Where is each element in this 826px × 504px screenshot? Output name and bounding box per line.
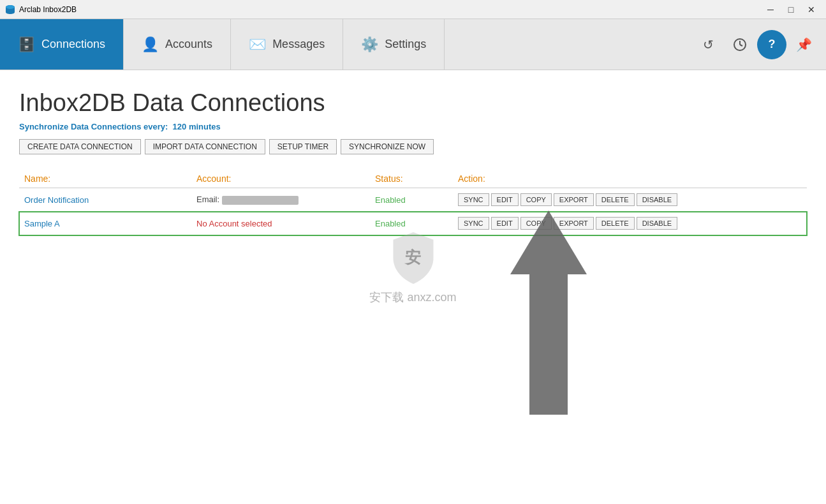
nav-bar: 🗄️ Connections 👤 Accounts ✉️ Messages ⚙️…: [0, 19, 826, 70]
col-header-account: Account:: [191, 170, 370, 188]
row2-status: Enabled: [375, 219, 406, 228]
page-title: Inbox2DB Data Connections: [19, 89, 807, 117]
table-header-row: Name: Account: Status: Action:: [19, 170, 807, 188]
clock-icon: [733, 38, 747, 52]
data-table: Name: Account: Status: Action: Order Not…: [19, 170, 807, 235]
help-button[interactable]: ?: [757, 30, 786, 59]
create-data-connection-button[interactable]: CREATE DATA CONNECTION: [19, 139, 141, 154]
sync-right-button[interactable]: ↺: [693, 30, 723, 59]
col-header-action: Action:: [453, 170, 807, 188]
row1-export-button[interactable]: EXPORT: [554, 193, 594, 206]
maximize-button[interactable]: □: [781, 3, 800, 16]
toolbar: CREATE DATA CONNECTION IMPORT DATA CONNE…: [19, 139, 807, 154]
sync-info-prefix: Synchronize Data Connections every:: [19, 122, 168, 131]
row2-name[interactable]: Sample A: [24, 219, 60, 228]
col-header-status: Status:: [370, 170, 453, 188]
nav-spacer: [445, 19, 686, 70]
row1-copy-button[interactable]: COPY: [520, 193, 552, 206]
import-data-connection-button[interactable]: IMPORT DATA CONNECTION: [145, 139, 265, 154]
sync-info: Synchronize Data Connections every: 120 …: [19, 122, 807, 131]
app-icon: [5, 4, 15, 15]
history-button[interactable]: [725, 30, 755, 59]
nav-accounts-label: Accounts: [165, 38, 212, 51]
nav-settings-label: Settings: [385, 38, 426, 51]
row1-account-prefix: Email:: [196, 195, 222, 204]
settings-icon: ⚙️: [361, 36, 378, 53]
row1-name[interactable]: Order Notification: [24, 195, 89, 205]
row2-copy-button[interactable]: COPY: [520, 217, 552, 230]
minimize-button[interactable]: ─: [761, 3, 780, 16]
row2-disable-button[interactable]: DISABLE: [637, 217, 677, 230]
nav-connections[interactable]: 🗄️ Connections: [0, 19, 124, 70]
row1-actions: SYNC EDIT COPY EXPORT DELETE DISABLE: [458, 193, 802, 206]
nav-connections-label: Connections: [41, 38, 105, 51]
connections-icon: 🗄️: [18, 36, 35, 53]
main-content: Inbox2DB Data Connections Synchronize Da…: [0, 70, 826, 504]
nav-accounts[interactable]: 👤 Accounts: [124, 19, 231, 70]
table-row: Order Notification Email: Enabled SYNC E…: [19, 188, 807, 212]
row2-delete-button[interactable]: DELETE: [596, 217, 635, 230]
row2-export-button[interactable]: EXPORT: [554, 217, 594, 230]
row2-actions: SYNC EDIT COPY EXPORT DELETE DISABLE: [458, 217, 802, 230]
row1-disable-button[interactable]: DISABLE: [637, 193, 677, 206]
setup-timer-button[interactable]: SETUP TIMER: [269, 139, 337, 154]
nav-messages-label: Messages: [272, 38, 325, 51]
row1-sync-button[interactable]: SYNC: [458, 193, 489, 206]
close-button[interactable]: ✕: [802, 3, 821, 16]
nav-settings[interactable]: ⚙️ Settings: [343, 19, 445, 70]
accounts-icon: 👤: [142, 36, 159, 53]
app-title: Arclab Inbox2DB: [19, 5, 77, 14]
nav-right-buttons: ↺ ? 📌: [686, 19, 826, 70]
row1-status: Enabled: [375, 195, 406, 205]
messages-icon: ✉️: [249, 36, 266, 53]
row1-account-value: [222, 196, 299, 205]
sync-info-value: 120 minutes: [173, 122, 221, 131]
col-header-name: Name:: [19, 170, 191, 188]
row1-delete-button[interactable]: DELETE: [596, 193, 635, 206]
row2-account-value: No Account selected: [196, 219, 272, 228]
row2-edit-button[interactable]: EDIT: [491, 217, 519, 230]
row2-sync-button[interactable]: SYNC: [458, 217, 489, 230]
table-row: Sample A No Account selected Enabled SYN…: [19, 212, 807, 235]
svg-line-4: [740, 45, 742, 46]
nav-messages[interactable]: ✉️ Messages: [231, 19, 343, 70]
title-bar: Arclab Inbox2DB ─ □ ✕: [0, 0, 826, 19]
svg-point-1: [6, 5, 15, 9]
pin-button[interactable]: 📌: [789, 30, 818, 59]
row1-edit-button[interactable]: EDIT: [491, 193, 519, 206]
synchronize-now-button[interactable]: SYNCHRONIZE NOW: [341, 139, 434, 154]
